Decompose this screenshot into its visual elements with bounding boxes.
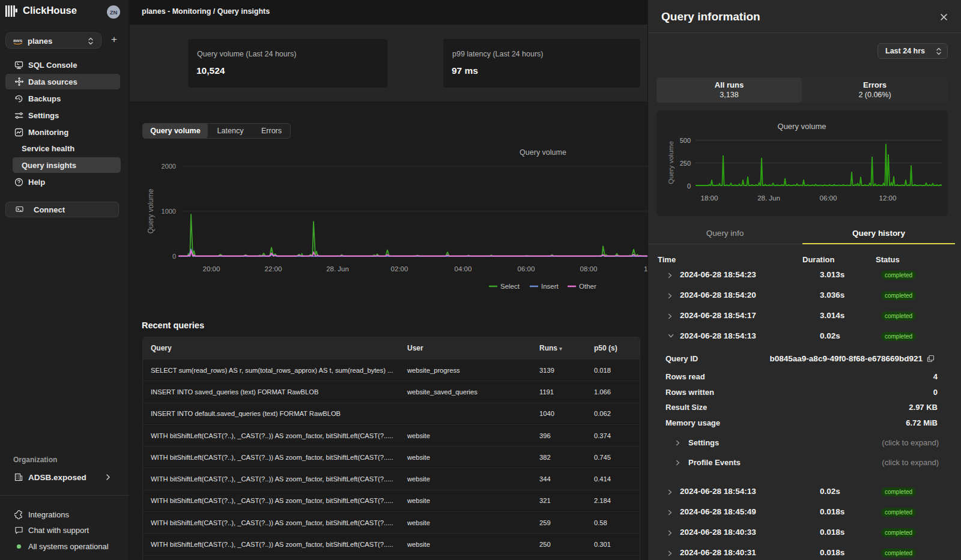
svg-text:06:00: 06:00 (820, 194, 837, 202)
svg-text:0: 0 (687, 182, 691, 190)
svg-text:28. Jun: 28. Jun (757, 194, 780, 202)
svg-text:22:00: 22:00 (265, 265, 282, 272)
svg-text:12:00: 12:00 (879, 194, 897, 202)
svg-text:0: 0 (172, 253, 176, 260)
svg-text:Other: Other (579, 283, 596, 290)
svg-text:Insert: Insert (541, 283, 559, 290)
svg-text:20:00: 20:00 (203, 265, 220, 272)
svg-text:02:00: 02:00 (391, 265, 408, 272)
svg-text:500: 500 (680, 137, 691, 144)
svg-text:10:00: 10:00 (644, 265, 648, 272)
svg-text:aws: aws (13, 38, 23, 43)
svg-text:06:00: 06:00 (518, 265, 535, 272)
svg-text:08:00: 08:00 (580, 265, 598, 272)
svg-text:Query volume: Query volume (667, 141, 675, 184)
svg-text:Query volume: Query volume (147, 188, 155, 233)
svg-text:Query volume: Query volume (778, 122, 826, 131)
svg-text:250: 250 (680, 160, 691, 167)
svg-text:18:00: 18:00 (701, 194, 718, 202)
svg-text:Select: Select (500, 283, 520, 290)
svg-text:28. Jun: 28. Jun (326, 265, 349, 272)
svg-text:04:00: 04:00 (455, 265, 472, 272)
svg-text:2000: 2000 (162, 163, 176, 170)
svg-text:Query volume: Query volume (520, 148, 566, 157)
svg-text:1000: 1000 (162, 208, 176, 215)
